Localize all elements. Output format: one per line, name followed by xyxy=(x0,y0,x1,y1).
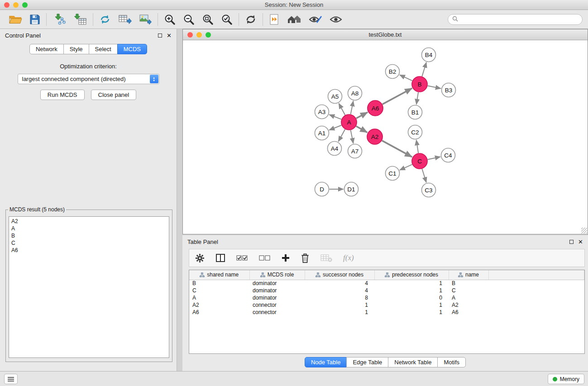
delete-table-icon[interactable] xyxy=(320,253,332,262)
mcds-result-item[interactable]: A2 xyxy=(9,218,169,225)
select-all-columns-icon[interactable] xyxy=(236,255,248,261)
open-session-icon[interactable] xyxy=(9,14,22,25)
table-cell[interactable]: A6 xyxy=(189,309,249,316)
table-cell[interactable]: C xyxy=(449,287,488,294)
graph-edge-B-B1[interactable] xyxy=(416,92,418,105)
graph-edge-C-C2[interactable] xyxy=(416,140,419,153)
tab-node-table[interactable]: Node Table xyxy=(305,357,347,367)
mcds-result-item[interactable]: A xyxy=(9,225,169,232)
graph-edge-A-A8[interactable] xyxy=(351,101,354,114)
create-column-icon[interactable] xyxy=(282,254,290,262)
mcds-result-item[interactable]: C xyxy=(9,239,169,247)
export-table-icon[interactable] xyxy=(118,14,132,25)
tab-network-table[interactable]: Network Table xyxy=(388,357,438,367)
column-header-successor-nodes[interactable]: successor nodes xyxy=(305,270,374,280)
table-cell[interactable]: A xyxy=(449,294,488,301)
table-row[interactable]: Bdominator41B xyxy=(189,280,584,287)
graph-edge-C-C3[interactable] xyxy=(422,169,426,182)
search-input[interactable] xyxy=(460,16,578,23)
graph-edge-A-A3[interactable] xyxy=(329,114,341,119)
task-history-button[interactable] xyxy=(4,374,18,384)
table-row[interactable]: A6connector11A6 xyxy=(189,309,584,316)
table-cell[interactable]: A6 xyxy=(449,309,488,316)
home-icon[interactable] xyxy=(287,14,301,25)
close-panel-icon[interactable]: ✕ xyxy=(167,33,172,38)
tab-select[interactable]: Select xyxy=(89,44,118,54)
table-cell[interactable]: 4 xyxy=(305,287,374,294)
table-cell[interactable]: dominator xyxy=(249,280,305,287)
table-cell[interactable]: 1 xyxy=(305,301,374,309)
tab-edge-table[interactable]: Edge Table xyxy=(346,357,388,367)
table-cell[interactable]: 1 xyxy=(374,287,449,294)
network-minimize-button[interactable] xyxy=(196,32,202,38)
node-table-container[interactable]: shared nameMCDS rolesuccessor nodesprede… xyxy=(189,270,585,354)
run-mcds-button[interactable]: Run MCDS xyxy=(40,90,85,100)
export-network-icon[interactable] xyxy=(99,14,111,25)
table-cell[interactable]: A xyxy=(189,294,249,301)
tab-mcds[interactable]: MCDS xyxy=(117,44,147,54)
resize-grip[interactable] xyxy=(581,228,587,234)
function-builder-button[interactable]: f(x) xyxy=(343,253,354,262)
network-close-button[interactable] xyxy=(187,32,193,38)
graph-edge-A-A2[interactable] xyxy=(356,126,368,133)
mcds-result-item[interactable]: B xyxy=(9,232,169,239)
table-cell[interactable]: C xyxy=(189,287,249,294)
table-cell[interactable]: 1 xyxy=(305,309,374,316)
close-panel-icon[interactable]: ✕ xyxy=(578,239,583,245)
table-cell[interactable]: 1 xyxy=(374,280,449,287)
minimize-window-button[interactable] xyxy=(13,2,19,8)
table-cell[interactable]: B xyxy=(189,280,249,287)
graph-edge-B-B2[interactable] xyxy=(400,75,412,81)
column-header-predecessor-nodes[interactable]: predecessor nodes xyxy=(374,270,449,280)
table-cell[interactable]: dominator xyxy=(249,287,305,294)
zoom-selected-icon[interactable] xyxy=(221,14,233,25)
show-hide-graphics-details-icon[interactable] xyxy=(309,14,322,24)
refresh-icon[interactable] xyxy=(245,14,257,25)
network-window-titlebar[interactable]: testGlobe.txt xyxy=(183,29,588,40)
graph-edge-A-A4[interactable] xyxy=(339,129,345,142)
import-network-icon[interactable] xyxy=(53,13,66,26)
network-zoom-button[interactable] xyxy=(206,32,211,38)
show-graphics-icon[interactable] xyxy=(330,15,342,24)
import-table-icon[interactable] xyxy=(73,13,87,26)
tab-style[interactable]: Style xyxy=(63,44,89,54)
tab-motifs[interactable]: Motifs xyxy=(437,357,466,367)
table-cell[interactable]: 8 xyxy=(305,294,374,301)
table-cell[interactable]: 4 xyxy=(305,280,374,287)
delete-column-icon[interactable] xyxy=(301,253,310,263)
zoom-in-icon[interactable] xyxy=(164,14,176,25)
graph-edge-A-A1[interactable] xyxy=(329,125,341,130)
gear-icon[interactable] xyxy=(195,253,205,263)
criterion-dropdown[interactable]: largest connected component (directed) ▲… xyxy=(18,74,159,84)
unselect-all-columns-icon[interactable] xyxy=(259,255,271,261)
graph-edge-A6-B[interactable] xyxy=(382,88,412,104)
zoom-fit-icon[interactable] xyxy=(202,14,214,25)
table-row[interactable]: Adominator80A xyxy=(189,294,584,301)
show-columns-icon[interactable] xyxy=(215,253,225,262)
graph-edge-A-A5[interactable] xyxy=(339,103,345,115)
graph-edge-A-A7[interactable] xyxy=(351,130,354,143)
mcds-result-list[interactable]: A2ABCA6 xyxy=(9,216,169,358)
zoom-out-icon[interactable] xyxy=(183,14,195,25)
close-panel-button[interactable]: Close panel xyxy=(91,90,137,100)
table-cell[interactable]: 1 xyxy=(374,301,449,309)
column-header-name[interactable]: name xyxy=(449,270,488,280)
column-header-mcds-role[interactable]: MCDS role xyxy=(249,270,305,280)
float-panel-icon[interactable] xyxy=(158,33,162,38)
table-row[interactable]: A2connector11A2 xyxy=(189,301,584,309)
table-cell[interactable]: B xyxy=(449,280,488,287)
mcds-result-item[interactable]: A6 xyxy=(9,247,169,254)
save-session-icon[interactable] xyxy=(29,14,40,25)
graph-edge-B-B3[interactable] xyxy=(428,86,441,89)
first-neighbors-icon[interactable] xyxy=(269,13,280,26)
zoom-window-button[interactable] xyxy=(22,2,28,8)
table-cell[interactable]: 0 xyxy=(374,294,449,301)
tab-network[interactable]: Network xyxy=(29,44,64,54)
graph-edge-C-C1[interactable] xyxy=(400,164,412,170)
table-cell[interactable]: 1 xyxy=(374,309,449,316)
memory-button[interactable]: Memory xyxy=(548,374,584,384)
close-window-button[interactable] xyxy=(4,2,10,8)
table-cell[interactable]: A2 xyxy=(189,301,249,309)
graph-edge-B-B4[interactable] xyxy=(422,62,426,76)
graph-edge-A-A6[interactable] xyxy=(356,112,368,119)
